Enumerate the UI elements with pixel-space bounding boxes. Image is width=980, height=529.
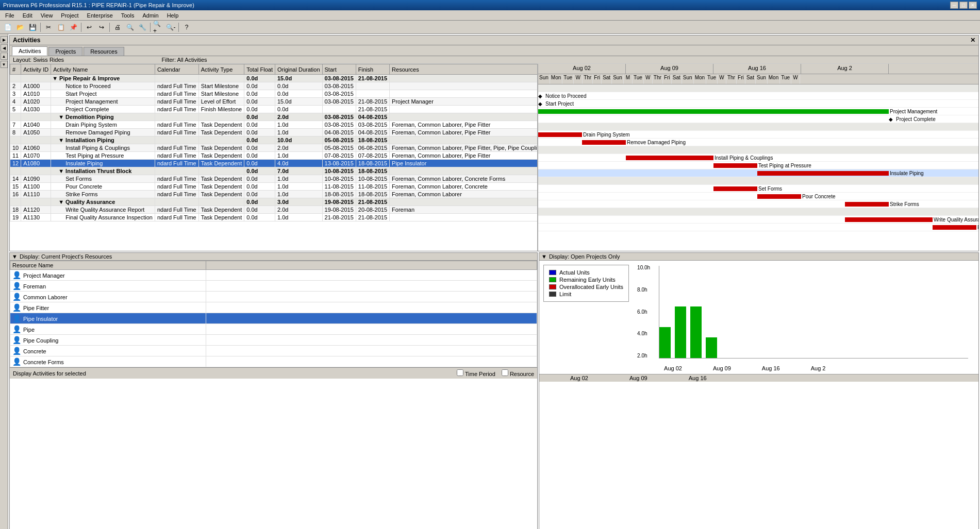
minimize-button[interactable]: ─ (950, 2, 958, 9)
print-button[interactable]: 🖨 (112, 22, 123, 32)
undo-button[interactable]: ↩ (84, 22, 95, 32)
checkbox-timeperiod[interactable] (457, 369, 463, 376)
cell-finish: 21-08-2015 (356, 106, 389, 113)
gantt-row: ◆Start Project (538, 100, 978, 108)
gantt-month-aug2: Aug 2 (801, 64, 889, 74)
redo-button[interactable]: ↪ (96, 22, 107, 32)
table-row[interactable]: 11 A1070 Test Piping at Pressure ndard F… (10, 152, 539, 160)
resource-row[interactable]: 👤Pipe Insulator (10, 313, 537, 324)
cell-actname: ▼ Quality Assurance (51, 198, 155, 206)
chart-collapse-icon[interactable]: ▼ (541, 253, 547, 260)
cell-finish: 11-08-2015 (356, 183, 389, 191)
new-button[interactable]: 📄 (2, 22, 13, 32)
zoom-in-button[interactable]: 🔍+ (153, 22, 164, 32)
table-row[interactable]: 10 A1060 Install Piping & Couplings ndar… (10, 144, 539, 152)
filter-button[interactable]: 🔧 (137, 22, 148, 32)
cell-finish: 21-08-2015 (356, 198, 389, 206)
tab-activities[interactable]: Activities (12, 46, 47, 56)
left-nav-4[interactable]: ▼ (1, 61, 8, 68)
table-row[interactable]: ▼ Quality Assurance 0.0d 3.0d 19-08-2015… (10, 198, 539, 206)
legend-remaining: Remaining Early Units (549, 277, 623, 283)
table-row[interactable]: 5 A1030 Project Complete ndard Full Time… (10, 106, 539, 113)
table-row[interactable]: 8 A1050 Remove Damaged Piping ndard Full… (10, 129, 539, 136)
table-row[interactable]: 7 A1040 Drain Piping System ndard Full T… (10, 121, 539, 129)
gantt-bar-label: Install Piping & Couplings (715, 155, 773, 161)
table-row[interactable]: 14 A1090 Set Forms ndard Full Time Task … (10, 175, 539, 183)
resource-row[interactable]: 👤Pipe (10, 324, 537, 335)
table-row[interactable]: 12 A1080 Insulate Piping ndard Full Time… (10, 160, 539, 167)
resource-row[interactable]: 👤Pipe Fitter (10, 302, 537, 313)
activities-panel-close[interactable]: ✕ (970, 37, 975, 44)
gantt-area[interactable]: Aug 02 Aug 09 Aug 16 Aug 2 SunMonTueWThr… (538, 64, 978, 251)
menu-project[interactable]: Project (58, 11, 81, 20)
cell-row-num: 7 (10, 121, 21, 129)
table-row[interactable]: 18 A1120 Write Quality Assurance Report … (10, 206, 539, 214)
resource-row[interactable]: 👤Concrete (10, 346, 537, 356)
checkbox-resource[interactable] (502, 369, 508, 376)
find-button[interactable]: 🔍 (124, 22, 136, 32)
close-button[interactable]: ✕ (969, 2, 977, 9)
tab-resources[interactable]: Resources (84, 47, 124, 56)
open-button[interactable]: 📂 (14, 22, 26, 32)
gantt-bar-label: Remove Damaged Piping (627, 140, 686, 145)
resource-row[interactable]: 👤Pipe Coupling (10, 335, 537, 346)
menu-tools[interactable]: Tools (118, 11, 138, 20)
menu-admin[interactable]: Admin (139, 11, 161, 20)
cell-res: Foreman, Common Laborer, Pipe Fitter, Pi… (390, 144, 538, 152)
save-button[interactable]: 💾 (27, 22, 38, 32)
menu-file[interactable]: File (2, 11, 18, 20)
left-nav-2[interactable]: ◀ (1, 44, 8, 52)
table-row[interactable]: ▼ Installation Piping 0.0d 10.0d 05-08-2… (10, 136, 539, 144)
cell-od: 0.0d (275, 106, 322, 113)
resource-row[interactable]: 👤Concrete Forms (10, 356, 537, 367)
legend-actual: Actual Units (549, 269, 623, 276)
paste-button[interactable]: 📌 (68, 22, 79, 32)
collapse-icon[interactable]: ▼ (12, 253, 18, 260)
tab-projects[interactable]: Projects (48, 47, 82, 56)
cut-button[interactable]: ✂ (43, 22, 54, 32)
table-row[interactable]: ▼ Installation Thrust Block 0.0d 7.0d 10… (10, 167, 539, 175)
table-row[interactable]: 15 A1100 Pour Concrete ndard Full Time T… (10, 183, 539, 191)
table-row[interactable]: ▼ Pipe Repair & Improve 0.0d 15.0d 03-08… (10, 75, 539, 82)
cell-res: Project Manager (390, 98, 538, 106)
cell-res (390, 106, 538, 113)
copy-button[interactable]: 📋 (55, 22, 67, 32)
table-row[interactable]: ▼ Demolition Piping 0.0d 2.0d 03-08-2015… (10, 113, 539, 121)
gantt-day-header: W (718, 74, 726, 84)
table-row[interactable]: 3 A1010 Start Project ndard Full Time St… (10, 90, 539, 98)
cell-finish: 03-08-2015 (356, 121, 389, 129)
resource-row[interactable]: 👤Project Manager (10, 270, 537, 281)
resource-row[interactable]: 👤Foreman (10, 281, 537, 292)
cell-start: 03-08-2015 (322, 75, 356, 82)
toolbar-sep-5 (178, 23, 179, 32)
cell-type: Start Milestone (198, 82, 244, 90)
cell-cal: ndard Full Time (155, 82, 198, 90)
menu-help[interactable]: Help (164, 11, 182, 20)
activity-table-container[interactable]: # Activity ID Activity Name Calendar Act… (10, 64, 538, 251)
gantt-bar (713, 186, 757, 191)
maximize-button[interactable]: □ (959, 2, 968, 9)
table-row[interactable]: 19 A1130 Final Quality Assurance Inspect… (10, 214, 539, 221)
menu-edit[interactable]: Edit (20, 11, 36, 20)
cell-res (390, 82, 538, 90)
milestone-icon: ◆ (538, 101, 542, 107)
cell-tf: 0.0d (244, 129, 275, 136)
table-row[interactable]: 2 A1000 Notice to Proceed ndard Full Tim… (10, 82, 539, 90)
resource-row[interactable]: 👤Common Laborer (10, 292, 537, 302)
menu-enterprise[interactable]: Enterprise (84, 11, 116, 20)
cell-od: 10.0d (275, 136, 322, 144)
table-row[interactable]: 4 A1020 Project Management ndard Full Ti… (10, 98, 539, 106)
left-nav-1[interactable]: ▶ (1, 36, 8, 43)
help-button[interactable]: ? (181, 22, 192, 32)
filter-layout-row: Layout: Swiss Rides Filter: All Activiti… (10, 56, 978, 64)
left-nav-3[interactable]: ▲ (1, 53, 8, 60)
table-row[interactable]: 16 A1110 Strike Forms ndard Full Time Ta… (10, 191, 539, 198)
gantt-bar-label: Drain Piping System (583, 132, 630, 138)
cell-finish: 18-08-2015 (356, 160, 389, 167)
cell-res: Foreman, Common Laborer (390, 191, 538, 198)
cell-cal (155, 167, 198, 175)
zoom-out-button[interactable]: 🔍- (165, 22, 176, 32)
gantt-bar (845, 202, 889, 207)
menu-view[interactable]: View (38, 11, 56, 20)
gantt-day-header: Sat (602, 74, 612, 84)
